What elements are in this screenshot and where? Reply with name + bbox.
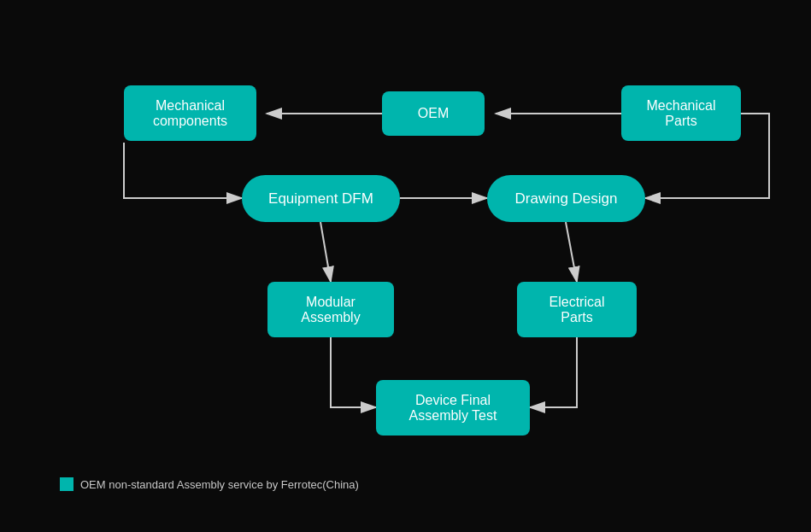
equipment-dfm-node: Equipment DFM (242, 175, 400, 222)
legend-color-box (60, 477, 73, 491)
electrical-parts-node: Electrical Parts (517, 282, 637, 337)
mechanical-parts-node: Mechanical Parts (621, 85, 741, 141)
modular-assembly-node: Modular Assembly (267, 282, 394, 337)
device-final-assembly-node: Device Final Assembly Test (376, 380, 530, 436)
oem-node: OEM (382, 91, 485, 136)
svg-line-6 (566, 222, 577, 282)
mechanical-components-node: Mechanical components (124, 85, 256, 141)
legend-text: OEM non-standard Assembly service by Fer… (80, 478, 359, 491)
diagram-container: Mechanical components OEM Mechanical Par… (0, 0, 811, 532)
drawing-design-node: Drawing Design (487, 175, 645, 222)
legend: OEM non-standard Assembly service by Fer… (60, 477, 359, 491)
svg-line-5 (320, 222, 331, 282)
arrows-svg (0, 0, 811, 532)
